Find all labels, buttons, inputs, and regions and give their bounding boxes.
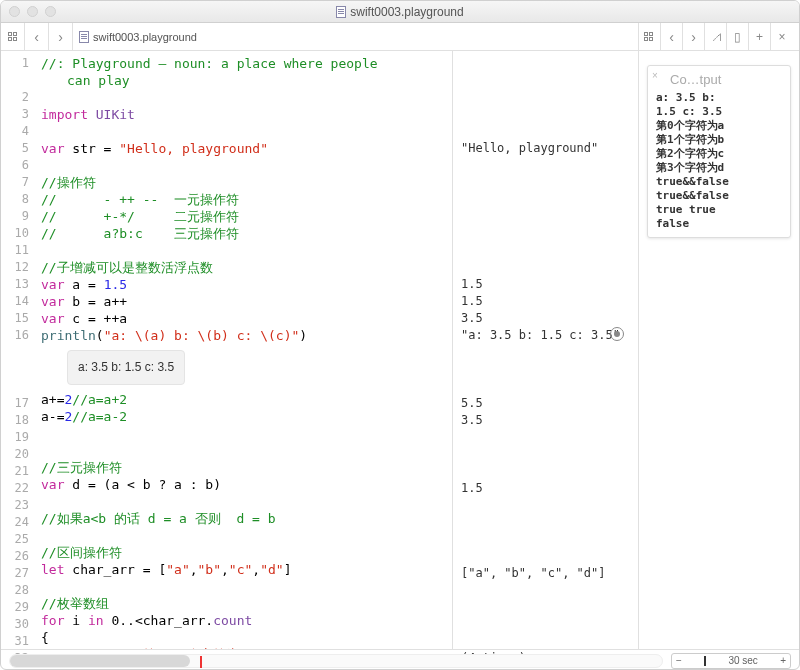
chevron-right-icon: › xyxy=(691,30,696,44)
chevron-left-icon: ‹ xyxy=(34,30,39,44)
column-icon: ▯ xyxy=(734,30,741,44)
document-icon xyxy=(336,6,346,18)
result-value[interactable]: 1.5 xyxy=(461,276,630,293)
console-output-box[interactable]: × Co…tput a: 3.5 b:1.5 c: 3.5第0个字符为a第1个字… xyxy=(647,65,791,238)
inline-result-bubble[interactable]: a: 3.5 b: 1.5 c: 3.5 xyxy=(67,350,185,385)
close-window-button[interactable] xyxy=(9,6,20,17)
close-icon[interactable]: × xyxy=(652,70,658,81)
zoom-window-button[interactable] xyxy=(45,6,56,17)
grid-icon xyxy=(8,32,18,42)
horizontal-scrollbar[interactable] xyxy=(9,654,663,668)
link-icon: ⩘ xyxy=(710,30,722,44)
close-assistant-button[interactable]: × xyxy=(771,23,793,51)
breadcrumb-file: swift0003.playground xyxy=(93,31,197,43)
line-gutter: 1234567891011121314151617181920212223242… xyxy=(1,51,35,649)
window-titlebar: swift0003.playground xyxy=(1,1,799,23)
traffic-lights xyxy=(9,6,56,17)
back-button[interactable]: ‹ xyxy=(25,23,49,51)
timeline-control[interactable]: − 30 sec + xyxy=(671,653,791,669)
add-assistant-button[interactable]: + xyxy=(749,23,771,51)
timeline-label: 30 sec xyxy=(728,655,757,666)
code-editor[interactable]: //: Playground — noun: a place where peo… xyxy=(35,51,452,649)
chevron-right-icon: › xyxy=(58,30,63,44)
console-title: Co…tput xyxy=(656,72,782,87)
playhead-icon xyxy=(704,656,706,666)
result-value[interactable]: "a: 3.5 b: 1.5 c: 3.5" xyxy=(461,327,630,344)
window-title-text: swift0003.playground xyxy=(350,5,463,19)
scrollbar-thumb[interactable] xyxy=(10,655,190,667)
related-items-button[interactable] xyxy=(1,23,25,51)
result-value[interactable]: 5.5 xyxy=(461,395,630,412)
timeline-marker xyxy=(200,656,202,668)
bottom-bar: − 30 sec + xyxy=(1,649,799,670)
result-value[interactable]: ["a", "b", "c", "d"] xyxy=(461,565,630,582)
timeline-increase-button[interactable]: + xyxy=(780,655,786,666)
results-sidebar: "Hello, playground" 1.5 1.5 3.5 "a: 3.5 … xyxy=(452,51,638,649)
result-value[interactable]: 3.5 xyxy=(461,310,630,327)
assistant-pane: × Co…tput a: 3.5 b:1.5 c: 3.5第0个字符为a第1个字… xyxy=(639,51,799,649)
assistant-view-button[interactable]: ▯ xyxy=(727,23,749,51)
close-icon: × xyxy=(779,30,786,44)
chevron-left-icon: ‹ xyxy=(669,30,674,44)
minimize-window-button[interactable] xyxy=(27,6,38,17)
console-body: a: 3.5 b:1.5 c: 3.5第0个字符为a第1个字符为b第2个字符为c… xyxy=(656,91,782,231)
assistant-mode-button[interactable]: ⩘ xyxy=(705,23,727,51)
timeline-decrease-button[interactable]: − xyxy=(676,655,682,666)
document-icon xyxy=(79,31,89,43)
result-value[interactable]: "Hello, playground" xyxy=(461,140,630,157)
result-value[interactable]: 3.5 xyxy=(461,412,630,429)
result-value[interactable]: 1.5 xyxy=(461,480,630,497)
assistant-forward-button[interactable]: › xyxy=(683,23,705,51)
main-area: 1234567891011121314151617181920212223242… xyxy=(1,51,799,649)
assistant-related-button[interactable] xyxy=(639,23,661,51)
editor-pane: 1234567891011121314151617181920212223242… xyxy=(1,51,639,649)
grid-icon xyxy=(644,32,654,42)
result-value[interactable]: 1.5 xyxy=(461,293,630,310)
plus-icon: + xyxy=(756,30,763,44)
assistant-back-button[interactable]: ‹ xyxy=(661,23,683,51)
forward-button[interactable]: › xyxy=(49,23,73,51)
jump-bar: ‹ › swift0003.playground ‹ › ⩘ ▯ + × xyxy=(1,23,799,51)
breadcrumb[interactable]: swift0003.playground xyxy=(73,31,203,43)
quicklook-button[interactable] xyxy=(610,327,624,341)
window-title: swift0003.playground xyxy=(1,5,799,19)
